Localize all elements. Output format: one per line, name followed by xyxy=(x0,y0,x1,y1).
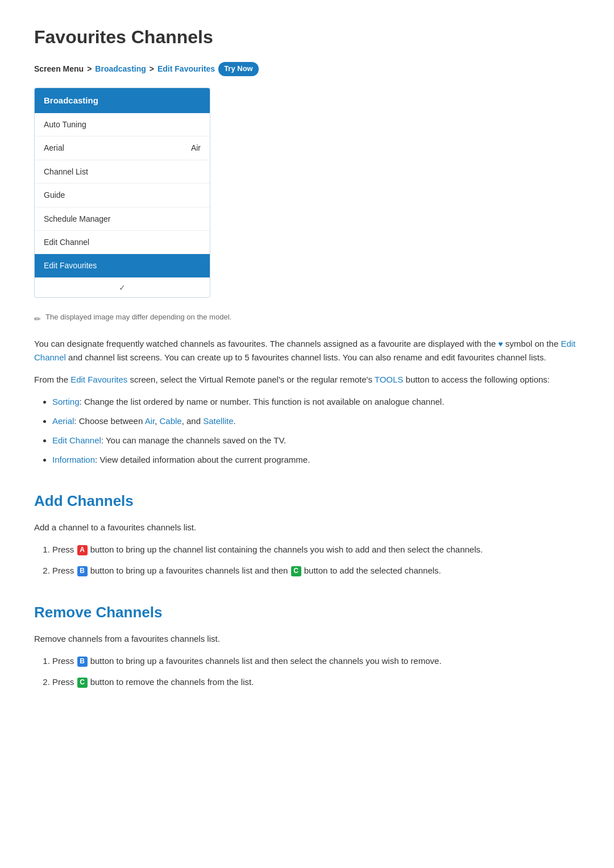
feature-edit-channel: Edit Channel: You can manage the channel… xyxy=(52,434,580,447)
menu-item-edit-channel[interactable]: Edit Channel xyxy=(35,231,210,254)
intro-paragraph-1: You can designate frequently watched cha… xyxy=(34,337,580,366)
note-text: The displayed image may differ depending… xyxy=(45,312,231,323)
menu-item-auto-tuning-label: Auto Tuning xyxy=(44,118,86,131)
remove-channels-steps: Press B button to bring up a favourites … xyxy=(52,654,580,690)
menu-item-edit-favourites[interactable]: Edit Favourites xyxy=(35,254,210,277)
broadcasting-menu-panel: Broadcasting Auto Tuning Aerial Air Chan… xyxy=(34,88,210,298)
edit-channel-description: You can manage the channels saved on the… xyxy=(106,435,286,445)
menu-item-edit-favourites-label: Edit Favourites xyxy=(44,259,97,272)
breadcrumb-separator-2: > xyxy=(150,63,154,75)
satellite-link[interactable]: Satellite xyxy=(203,416,233,426)
menu-header: Broadcasting xyxy=(35,88,210,113)
add-step-1: Press A button to bring up the channel l… xyxy=(52,543,580,557)
remove-step-2: Press C button to remove the channels fr… xyxy=(52,675,580,690)
menu-item-schedule-manager-label: Schedule Manager xyxy=(44,213,111,225)
remove-step-1: Press B button to bring up a favourites … xyxy=(52,654,580,668)
breadcrumb-screen-menu: Screen Menu xyxy=(34,63,84,75)
feature-sorting: Sorting: Change the list ordered by name… xyxy=(52,395,580,409)
aerial-term[interactable]: Aerial xyxy=(52,416,74,426)
menu-item-channel-list-label: Channel List xyxy=(44,165,88,178)
sorting-term[interactable]: Sorting xyxy=(52,397,80,406)
add-step-2: Press B button to bring up a favourites … xyxy=(52,564,580,578)
button-c-1: C xyxy=(291,566,301,576)
sorting-description: Change the list ordered by name or numbe… xyxy=(84,397,444,406)
menu-item-channel-list[interactable]: Channel List xyxy=(35,160,210,184)
edit-channel-term[interactable]: Edit Channel xyxy=(52,435,101,445)
breadcrumb-broadcasting[interactable]: Broadcasting xyxy=(95,63,146,75)
edit-favourites-link[interactable]: Edit Favourites xyxy=(70,375,127,384)
aerial-and: and xyxy=(186,416,203,426)
note-row: ✏ The displayed image may differ dependi… xyxy=(34,312,580,325)
air-link[interactable]: Air xyxy=(145,416,155,426)
feature-aerial: Aerial: Choose between Air, Cable, and S… xyxy=(52,414,580,428)
menu-item-guide-label: Guide xyxy=(44,189,65,201)
tools-link[interactable]: TOOLS xyxy=(375,375,404,384)
information-description: View detailed information about the curr… xyxy=(99,455,310,464)
feature-information: Information: View detailed information a… xyxy=(52,453,580,467)
breadcrumb-edit-favourites[interactable]: Edit Favourites xyxy=(157,63,215,75)
breadcrumb: Screen Menu > Broadcasting > Edit Favour… xyxy=(34,62,580,76)
menu-chevron: ✓ xyxy=(35,278,210,297)
add-channels-heading: Add Channels xyxy=(34,489,580,513)
features-list: Sorting: Change the list ordered by name… xyxy=(52,395,580,467)
information-term[interactable]: Information xyxy=(52,455,95,464)
button-c-2: C xyxy=(77,678,88,688)
pencil-icon: ✏ xyxy=(34,313,41,325)
menu-item-auto-tuning[interactable]: Auto Tuning xyxy=(35,113,210,136)
try-now-badge[interactable]: Try Now xyxy=(218,62,259,76)
button-b-1: B xyxy=(77,566,88,576)
cable-link[interactable]: Cable xyxy=(159,416,181,426)
add-channels-intro: Add a channel to a favourites channels l… xyxy=(34,521,580,535)
heart-icon: ♥ xyxy=(498,339,503,348)
menu-item-aerial-label: Aerial xyxy=(44,142,64,154)
button-b-2: B xyxy=(77,657,88,667)
aerial-desc-text1: Choose between xyxy=(79,416,145,426)
menu-item-aerial[interactable]: Aerial Air xyxy=(35,136,210,160)
menu-item-schedule-manager[interactable]: Schedule Manager xyxy=(35,207,210,231)
add-channels-steps: Press A button to bring up the channel l… xyxy=(52,543,580,578)
remove-channels-intro: Remove channels from a favourites channe… xyxy=(34,632,580,646)
intro-paragraph-2: From the Edit Favourites screen, select … xyxy=(34,373,580,387)
breadcrumb-separator-1: > xyxy=(87,63,92,75)
page-title: Favourites Channels xyxy=(34,23,580,52)
menu-item-guide[interactable]: Guide xyxy=(35,184,210,207)
edit-channel-link-1[interactable]: Edit Channel xyxy=(34,339,575,363)
menu-item-aerial-value: Air xyxy=(191,142,201,154)
button-a-1: A xyxy=(77,545,88,555)
menu-item-edit-channel-label: Edit Channel xyxy=(44,236,89,248)
remove-channels-heading: Remove Channels xyxy=(34,601,580,625)
